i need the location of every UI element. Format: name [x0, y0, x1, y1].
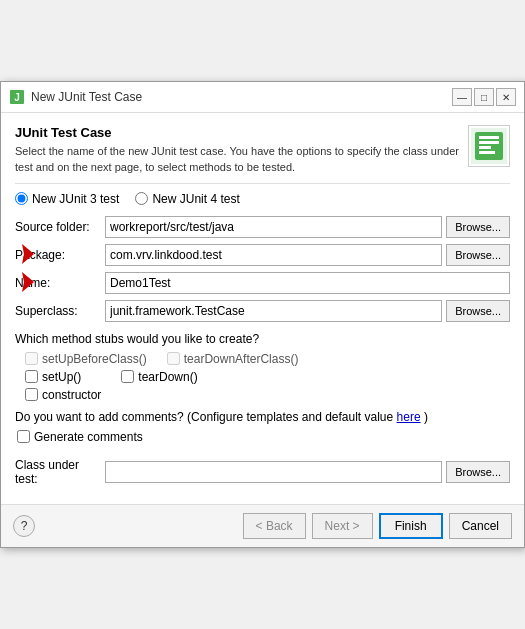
junit3-radio[interactable]: [15, 192, 28, 205]
title-bar-controls: — □ ✕: [452, 88, 516, 106]
comments-question-text: Do you want to add comments? (Configure …: [15, 410, 393, 424]
window-title: New JUnit Test Case: [31, 90, 142, 104]
junit3-radio-label[interactable]: New JUnit 3 test: [15, 192, 119, 206]
superclass-browse-button[interactable]: Browse...: [446, 300, 510, 322]
teardown-checkbox[interactable]: [121, 370, 134, 383]
svg-rect-5: [479, 141, 499, 144]
package-label: Package:: [15, 248, 105, 262]
stubs-section: Which method stubs would you like to cre…: [15, 332, 510, 402]
svg-rect-4: [479, 136, 499, 139]
stubs-checkboxes: setUpBeforeClass() tearDownAfterClass() …: [25, 352, 510, 402]
constructor-label[interactable]: constructor: [25, 388, 101, 402]
back-button[interactable]: < Back: [243, 513, 306, 539]
name-label: Name:: [15, 276, 105, 290]
comments-question-row: Do you want to add comments? (Configure …: [15, 410, 510, 424]
source-folder-input[interactable]: [105, 216, 442, 238]
source-folder-browse-button[interactable]: Browse...: [446, 216, 510, 238]
junit4-label: New JUnit 4 test: [152, 192, 239, 206]
constructor-text: constructor: [42, 388, 101, 402]
stubs-row-2: setUp() tearDown(): [25, 370, 510, 384]
comments-section: Do you want to add comments? (Configure …: [15, 410, 510, 444]
next-button[interactable]: Next >: [312, 513, 373, 539]
section-description: Select the name of the new JUnit test ca…: [15, 144, 460, 175]
title-bar-left: J New JUnit Test Case: [9, 89, 142, 105]
svg-rect-7: [479, 151, 495, 154]
bottom-bar: ? < Back Next > Finish Cancel: [1, 504, 524, 547]
maximize-button[interactable]: □: [474, 88, 494, 106]
setup-before-class-checkbox[interactable]: [25, 352, 38, 365]
package-browse-button[interactable]: Browse...: [446, 244, 510, 266]
class-under-test-section: Class under test: Browse...: [15, 458, 510, 486]
teardown-after-class-label[interactable]: tearDownAfterClass(): [167, 352, 299, 366]
bottom-right: < Back Next > Finish Cancel: [243, 513, 512, 539]
teardown-after-class-text: tearDownAfterClass(): [184, 352, 299, 366]
close-button[interactable]: ✕: [496, 88, 516, 106]
name-input[interactable]: [105, 272, 510, 294]
superclass-input[interactable]: [105, 300, 442, 322]
finish-button[interactable]: Finish: [379, 513, 443, 539]
package-row: Package: Browse...: [15, 244, 510, 266]
junit4-radio-label[interactable]: New JUnit 4 test: [135, 192, 239, 206]
junit4-radio[interactable]: [135, 192, 148, 205]
junit-svg-icon: [471, 128, 507, 164]
class-under-test-label: Class under test:: [15, 458, 105, 486]
svg-rect-6: [479, 146, 491, 149]
svg-text:J: J: [14, 92, 20, 103]
generate-comments-label[interactable]: Generate comments: [17, 430, 510, 444]
teardown-text: tearDown(): [138, 370, 197, 384]
junit3-label: New JUnit 3 test: [32, 192, 119, 206]
stubs-title: Which method stubs would you like to cre…: [15, 332, 510, 346]
superclass-label: Superclass:: [15, 304, 105, 318]
comments-configure-link[interactable]: here: [397, 410, 421, 424]
stubs-row-3: constructor: [25, 388, 510, 402]
minimize-button[interactable]: —: [452, 88, 472, 106]
title-bar: J New JUnit Test Case — □ ✕: [1, 82, 524, 113]
junit-version-radio-group: New JUnit 3 test New JUnit 4 test: [15, 192, 510, 206]
section-header-text: JUnit Test Case Select the name of the n…: [15, 125, 460, 175]
package-input[interactable]: [105, 244, 442, 266]
teardown-label[interactable]: tearDown(): [121, 370, 197, 384]
generate-comments-text: Generate comments: [34, 430, 143, 444]
setup-before-class-label[interactable]: setUpBeforeClass(): [25, 352, 147, 366]
cancel-button[interactable]: Cancel: [449, 513, 512, 539]
help-button[interactable]: ?: [13, 515, 35, 537]
section-title: JUnit Test Case: [15, 125, 460, 140]
superclass-row: Superclass: Browse...: [15, 300, 510, 322]
section-header: JUnit Test Case Select the name of the n…: [15, 125, 510, 175]
new-junit-dialog: J New JUnit Test Case — □ ✕ JUnit Test C…: [0, 81, 525, 548]
bottom-left: ?: [13, 515, 35, 537]
comments-question-end: ): [424, 410, 428, 424]
main-content: JUnit Test Case Select the name of the n…: [1, 113, 524, 504]
source-folder-row: Source folder: Browse...: [15, 216, 510, 238]
window-icon: J: [9, 89, 25, 105]
class-under-test-input[interactable]: [105, 461, 442, 483]
setup-checkbox[interactable]: [25, 370, 38, 383]
setup-text: setUp(): [42, 370, 81, 384]
constructor-checkbox[interactable]: [25, 388, 38, 401]
class-under-test-row: Class under test: Browse...: [15, 458, 510, 486]
teardown-after-class-checkbox[interactable]: [167, 352, 180, 365]
junit-logo-icon: [468, 125, 510, 167]
class-under-test-browse-button[interactable]: Browse...: [446, 461, 510, 483]
generate-comments-checkbox[interactable]: [17, 430, 30, 443]
setup-label[interactable]: setUp(): [25, 370, 81, 384]
name-row: Name:: [15, 272, 510, 294]
divider-top: [15, 183, 510, 184]
setup-before-class-text: setUpBeforeClass(): [42, 352, 147, 366]
stubs-row-1: setUpBeforeClass() tearDownAfterClass(): [25, 352, 510, 366]
source-folder-label: Source folder:: [15, 220, 105, 234]
